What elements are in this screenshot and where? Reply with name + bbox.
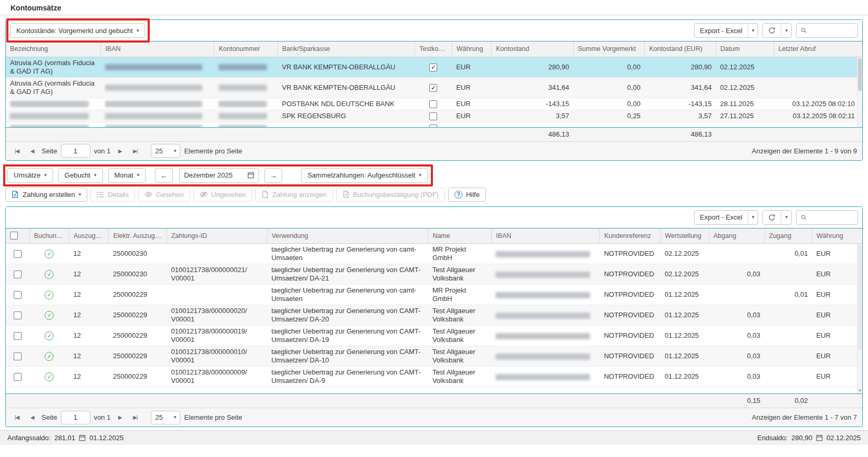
column-title: IBAN [105, 45, 210, 53]
select-all-checkbox[interactable] [10, 232, 18, 240]
column-header[interactable]: Datum [716, 41, 774, 57]
column-header[interactable]: Kundenreferenz [600, 228, 660, 244]
accounts-search-input[interactable] [810, 27, 853, 35]
kontostaende-filter-dropdown[interactable]: Kontostände: Vorgemerkt und gebucht ▾ [10, 23, 145, 38]
export-excel-button[interactable]: Export - Excel ▾ [694, 210, 758, 225]
vertical-scrollbar[interactable] [857, 57, 862, 127]
vertical-scrollbar[interactable]: ▾ [857, 244, 862, 393]
buchungsbestaetigung-button[interactable]: Buchungsbestätigung (PDF) [336, 188, 445, 202]
refresh-menu-toggle[interactable]: ▾ [781, 24, 791, 37]
transaction-row[interactable]: ✓122500002290100121738/000000020/V00001t… [6, 305, 862, 326]
row-checkbox[interactable] [14, 271, 22, 278]
auszugs-nr-cell: 12 [69, 285, 109, 305]
umsaetze-dropdown[interactable]: Umsätze ▾ [7, 168, 53, 183]
pager-prev-button[interactable]: ◀ [26, 412, 38, 423]
row-checkbox[interactable] [14, 250, 22, 258]
zahlung-erstellen-button[interactable]: Zahlung erstellen ▾ [5, 188, 87, 202]
transaction-row[interactable]: ✓122500002290100121738/000000009/V00001t… [6, 367, 862, 387]
date-picker[interactable]: Dezember 2025 [179, 168, 259, 183]
zahlung-anzeigen-button[interactable]: Zahlung anzeigen [255, 188, 333, 202]
pager-last-button[interactable]: ▶| [129, 145, 141, 157]
export-excel-menu-toggle[interactable]: ▾ [748, 211, 758, 224]
scrollbar-thumb[interactable] [858, 245, 862, 350]
column-header[interactable]: Testkonto [415, 41, 452, 57]
page-size-dropdown[interactable]: 25 ▾ [151, 144, 180, 158]
column-header[interactable]: Name [428, 228, 492, 244]
row-checkbox[interactable] [14, 332, 22, 340]
pager-next-button[interactable]: ▶ [114, 412, 126, 423]
column-header[interactable]: Zahlungs-ID [167, 228, 267, 244]
column-header[interactable]: Bank/Sparkasse [278, 41, 415, 57]
kontonummer-cell [214, 122, 278, 127]
testkonto-checkbox[interactable] [429, 124, 437, 127]
transactions-search[interactable] [796, 210, 858, 225]
account-row[interactable]: SPK REGENSBURGEUR3,570,253,5727.11.20250… [6, 110, 862, 122]
accounts-search[interactable] [796, 23, 858, 38]
ungesehen-button[interactable]: Ungesehen [193, 188, 253, 202]
redacted-text [219, 64, 267, 70]
scrollbar-down-arrow[interactable]: ▾ [857, 388, 862, 393]
export-excel-menu-toggle[interactable]: ▾ [748, 24, 758, 37]
account-row[interactable]: Atruvia AG (vormals Fiducia & GAD IT AG)… [6, 77, 862, 98]
transactions-search-input[interactable] [810, 213, 853, 221]
column-header[interactable]: Letzter Abruf [774, 41, 862, 57]
page-size-dropdown[interactable]: 25 ▾ [151, 411, 180, 424]
transaction-row[interactable]: ✓122500002300100121738/000000021/V00001t… [6, 264, 862, 285]
hilfe-button[interactable]: ? Hilfe [448, 188, 486, 202]
sammelzahlungen-dropdown[interactable]: Sammelzahlungen: Aufgeschlüsselt ▾ [301, 168, 428, 183]
account-row[interactable] [6, 122, 862, 127]
transaction-row[interactable]: ✓12250000229taeglicher Uebertrag zur Gen… [6, 285, 862, 305]
row-checkbox[interactable] [14, 352, 22, 360]
column-header[interactable]: Währung [812, 228, 862, 244]
monat-dropdown[interactable]: Monat ▾ [108, 168, 146, 183]
refresh-button[interactable]: ▾ [762, 23, 792, 38]
gebucht-dropdown[interactable]: Gebucht ▾ [58, 168, 103, 183]
pager-first-button[interactable]: |◀ [11, 145, 23, 157]
pager-page-input[interactable] [61, 411, 90, 424]
row-checkbox[interactable] [14, 291, 22, 299]
testkonto-checkbox[interactable]: ✓ [429, 84, 437, 92]
select-cell [6, 367, 29, 387]
column-header[interactable]: Zugang [764, 228, 812, 244]
export-excel-button[interactable]: Export - Excel ▾ [694, 23, 758, 38]
verwendung-cell: taeglicher Uebertrag zur Generierung von… [267, 264, 428, 285]
column-header[interactable]: Bezeichnung [6, 41, 101, 57]
testkonto-checkbox[interactable]: ✓ [429, 64, 437, 71]
transaction-row[interactable]: ✓122500002290100121738/000000019/V00001t… [6, 326, 862, 346]
pager-last-button[interactable]: ▶| [129, 412, 141, 423]
column-header[interactable]: Wertstellung [660, 228, 709, 244]
pager-prev-button[interactable]: ◀ [26, 145, 38, 157]
gesehen-button[interactable]: Gesehen [138, 188, 190, 202]
scrollbar-thumb[interactable] [858, 58, 862, 91]
column-header[interactable]: Kontostand (EUR) [645, 41, 716, 57]
testkonto-checkbox[interactable] [429, 100, 437, 108]
transaction-row[interactable]: ✓122500002290100121738/000000010/V00001t… [6, 346, 862, 367]
transaction-row[interactable]: ✓12250000230taeglicher Uebertrag zur Gen… [6, 244, 862, 264]
column-header[interactable]: Währung [452, 41, 491, 57]
pager-page-input[interactable] [61, 144, 90, 158]
row-checkbox[interactable] [14, 311, 22, 319]
column-header[interactable]: Elektr. Auszugs-Nr. [109, 228, 167, 244]
column-header[interactable]: Kontostand [491, 41, 573, 57]
abgang-cell: 0,03 [709, 264, 764, 285]
column-header[interactable]: IBAN [491, 228, 600, 244]
details-button[interactable]: Details [90, 188, 135, 202]
column-header[interactable]: Abgang [709, 228, 764, 244]
account-row[interactable]: POSTBANK NDL DEUTSCHE BANKEUR-143,150,00… [6, 98, 862, 110]
column-header[interactable]: Buchungs... [29, 228, 69, 244]
column-header[interactable]: Kontonummer [214, 41, 278, 57]
testkonto-checkbox[interactable] [429, 112, 437, 120]
column-header[interactable]: IBAN [101, 41, 214, 57]
pager-next-button[interactable]: ▶ [114, 145, 126, 157]
column-header[interactable] [6, 228, 29, 244]
row-checkbox[interactable] [14, 373, 22, 381]
column-header[interactable]: Verwendung [267, 228, 428, 244]
pager-first-button[interactable]: |◀ [11, 412, 23, 423]
refresh-button[interactable]: ▾ [762, 210, 792, 225]
account-row[interactable]: Atruvia AG (vormals Fiducia & GAD IT AG)… [6, 57, 862, 78]
column-header[interactable]: Auszugs-... [69, 228, 109, 244]
refresh-menu-toggle[interactable]: ▾ [781, 211, 791, 224]
prev-month-button[interactable]: ← [155, 168, 173, 183]
next-month-button[interactable]: → [264, 168, 282, 183]
column-header[interactable]: Summe Vorgemerkt [573, 41, 645, 57]
